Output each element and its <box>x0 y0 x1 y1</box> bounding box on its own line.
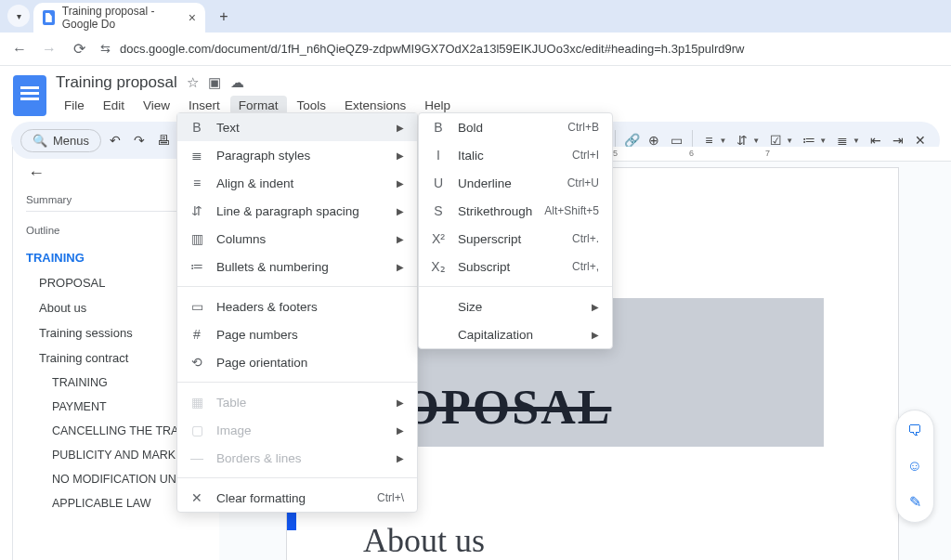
menu-item-columns[interactable]: ▥Columns▶ <box>177 225 417 253</box>
table-icon: ▦ <box>189 395 205 410</box>
menu-item-headers-footers[interactable]: ▭Headers & footers <box>177 293 417 320</box>
search-icon: 🔍 <box>33 134 47 148</box>
page-orientation-icon: ⟲ <box>189 355 205 370</box>
menu-edit[interactable]: Edit <box>95 96 133 115</box>
menu-item-underline[interactable]: UUnderlineCtrl+U <box>419 169 612 197</box>
menu-item-page-orientation[interactable]: ⟲Page orientation <box>177 348 417 376</box>
close-tab-icon[interactable]: × <box>189 10 196 25</box>
menu-item-label: Page orientation <box>216 356 307 370</box>
docs-logo[interactable] <box>13 75 46 116</box>
columns-icon: ▥ <box>189 231 205 246</box>
browser-tab[interactable]: Training proposal - Google Do × <box>33 3 205 33</box>
menu-item-strikethrough[interactable]: SStrikethroughAlt+Shift+5 <box>419 197 612 225</box>
url-text: docs.google.com/document/d/1fH_n6hQieQZ9… <box>120 42 744 56</box>
submenu-arrow-icon: ▶ <box>397 178 404 189</box>
star-icon[interactable]: ☆ <box>187 74 199 91</box>
menu-file[interactable]: File <box>56 96 93 115</box>
submenu-arrow-icon: ▶ <box>397 123 404 133</box>
add-comment-fab[interactable]: 🗨 <box>902 418 928 444</box>
menu-item-borders-lines: —Borders & lines▶ <box>177 444 417 472</box>
suggest-edits-fab[interactable]: ✎ <box>902 488 928 514</box>
back-button[interactable]: ← <box>11 41 28 58</box>
paragraph-styles-icon: ≣ <box>189 148 205 163</box>
move-icon[interactable]: ▣ <box>208 74 221 91</box>
menu-item-label: Table <box>216 396 246 410</box>
underline-icon: U <box>430 176 447 190</box>
submenu-arrow-icon: ▶ <box>397 150 404 161</box>
submenu-arrow-icon: ▶ <box>397 206 404 216</box>
submenu-arrow-icon: ▶ <box>397 262 404 272</box>
menu-item-paragraph-styles[interactable]: ≣Paragraph styles▶ <box>177 141 417 169</box>
shortcut-label: Ctrl+\ <box>377 491 404 504</box>
strikethrough-icon: S <box>430 203 447 218</box>
menu-item-superscript[interactable]: X²SuperscriptCtrl+. <box>419 225 612 253</box>
menu-item-image: ▢Image▶ <box>177 416 417 444</box>
site-info-icon[interactable]: ⇆ <box>100 42 111 56</box>
docs-favicon <box>43 10 55 25</box>
menu-item-size[interactable]: Size▶ <box>419 293 612 320</box>
submenu-arrow-icon: ▶ <box>592 330 599 340</box>
menu-item-label: Image <box>216 423 252 437</box>
menu-search-label: Menus <box>53 134 89 148</box>
tab-search-button[interactable]: ▾ <box>7 5 30 27</box>
text-icon: B <box>189 120 205 135</box>
submenu-arrow-icon: ▶ <box>397 453 404 463</box>
superscript-icon: X² <box>430 231 447 246</box>
shortcut-label: Alt+Shift+5 <box>544 204 599 217</box>
menu-item-label: Bold <box>458 121 483 135</box>
menu-item-label: Subscript <box>458 260 510 274</box>
menu-item-page-numbers[interactable]: #Page numbers <box>177 320 417 348</box>
menu-separator <box>419 286 612 287</box>
line-paragraph-spacing-icon: ⇵ <box>189 203 205 218</box>
cloud-status-icon[interactable]: ☁ <box>230 74 244 91</box>
menu-item-label: Superscript <box>458 232 521 246</box>
menu-item-label: Align & indent <box>216 176 293 190</box>
document-title[interactable]: Training proposal <box>56 73 177 92</box>
shortcut-label: Ctrl+. <box>572 232 599 245</box>
menu-item-label: Underline <box>458 176 512 190</box>
menu-item-bold[interactable]: BBoldCtrl+B <box>419 113 612 141</box>
headers-footers-icon: ▭ <box>189 299 205 314</box>
menu-item-clear-formatting[interactable]: ✕Clear formattingCtrl+\ <box>177 484 417 512</box>
page-numbers-icon: # <box>189 327 205 342</box>
bold-icon: B <box>430 120 447 135</box>
menu-item-label: Size <box>458 300 482 314</box>
menu-item-bullets-numbering[interactable]: ≔Bullets & numbering▶ <box>177 253 417 280</box>
new-tab-button[interactable]: + <box>211 4 237 30</box>
browser-tab-strip: ▾ Training proposal - Google Do × + <box>0 0 951 33</box>
menu-item-label: Italic <box>458 149 484 163</box>
submenu-arrow-icon: ▶ <box>397 425 404 436</box>
forward-button: → <box>41 41 58 58</box>
menu-separator <box>177 382 417 383</box>
borders-lines-icon: — <box>189 450 205 465</box>
shortcut-label: Ctrl+U <box>567 176 599 189</box>
menu-item-text[interactable]: BText▶ <box>177 113 417 141</box>
image-icon: ▢ <box>189 423 205 437</box>
shortcut-label: Ctrl+I <box>572 149 599 162</box>
menu-view[interactable]: View <box>135 96 178 115</box>
docs-header: Training proposal ☆ ▣ ☁ FileEditViewInse… <box>0 66 951 116</box>
menu-item-italic[interactable]: IItalicCtrl+I <box>419 141 612 169</box>
menu-item-line-paragraph-spacing[interactable]: ⇵Line & paragraph spacing▶ <box>177 197 417 225</box>
clear-formatting-icon: ✕ <box>189 490 205 505</box>
submenu-arrow-icon: ▶ <box>592 302 599 312</box>
menu-item-label: Headers & footers <box>216 300 318 314</box>
vertical-ruler <box>0 147 13 560</box>
menu-item-align-indent[interactable]: ≡Align & indent▶ <box>177 169 417 197</box>
tab-title: Training proposal - Google Do <box>62 5 181 31</box>
menu-separator <box>177 286 417 287</box>
menu-item-label: Clear formatting <box>216 491 306 505</box>
submenu-arrow-icon: ▶ <box>397 234 404 244</box>
reload-button[interactable]: ⟳ <box>71 40 87 58</box>
menu-item-label: Page numbers <box>216 328 298 342</box>
menu-item-label: Text <box>216 121 240 135</box>
menu-item-table: ▦Table▶ <box>177 388 417 416</box>
ruler-tick: 6 <box>689 149 694 158</box>
ruler-tick: 7 <box>765 149 770 158</box>
address-bar[interactable]: ⇆ docs.google.com/document/d/1fH_n6hQieQ… <box>100 42 940 56</box>
emoji-reaction-fab[interactable]: ☺ <box>902 453 928 479</box>
menu-item-subscript[interactable]: X₂SubscriptCtrl+, <box>419 253 612 280</box>
menu-item-capitalization[interactable]: Capitalization▶ <box>419 320 612 348</box>
menu-item-label: Borders & lines <box>216 451 302 465</box>
section-heading-about[interactable]: About us <box>363 521 485 560</box>
